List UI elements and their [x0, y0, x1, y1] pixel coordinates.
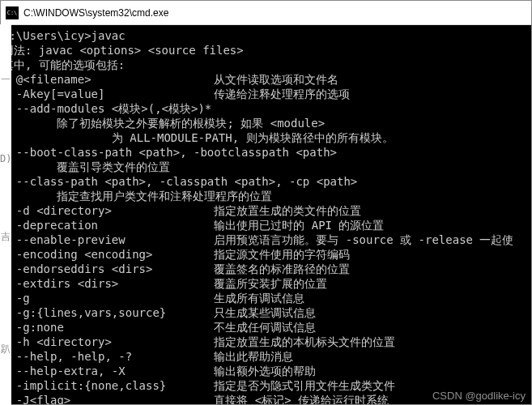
- edge-fragment: 吉: [0, 230, 11, 244]
- window-title: C:\WINDOWS\system32\cmd.exe: [23, 7, 168, 19]
- cropped-left-ui: 一D)吉趴: [0, 24, 11, 405]
- cmd-window: C:\WINDOWS\system32\cmd.exe C:\Users\icy…: [0, 0, 532, 405]
- terminal-line: @<filename> 从文件读取选项和文件名: [2, 72, 530, 87]
- edge-fragment: 趴: [0, 343, 11, 356]
- terminal-line: -endorseddirs <dirs> 覆盖签名的标准路径的位置: [2, 262, 530, 276]
- terminal-output[interactable]: C:\Users\icy>javac用法: javac <options> <s…: [1, 25, 531, 404]
- terminal-line: -g 生成所有调试信息: [2, 291, 530, 305]
- terminal-line: -h <directory> 指定放置生成的本机标头文件的位置: [2, 335, 530, 349]
- terminal-line: 除了初始模块之外要解析的根模块; 如果 <module>: [2, 116, 530, 130]
- terminal-line: C:\Users\icy>javac: [2, 28, 530, 43]
- terminal-line: 为 ALL-MODULE-PATH, 则为模块路径中的所有模块。: [2, 130, 530, 145]
- terminal-line: 覆盖引导类文件的位置: [2, 160, 530, 174]
- terminal-line: -Akey[=value] 传递给注释处理程序的选项: [2, 87, 530, 101]
- cmd-icon: [6, 6, 19, 19]
- terminal-line: --enable-preview 启用预览语言功能。要与 -source 或 -…: [2, 232, 530, 247]
- edge-fragment: 一: [0, 73, 11, 87]
- edge-fragment: D): [0, 153, 11, 164]
- terminal-line: --help-extra, -X 输出额外选项的帮助: [2, 364, 530, 378]
- terminal-line: 用法: javac <options> <source files>: [2, 43, 530, 58]
- terminal-line: 指定查找用户类文件和注释处理程序的位置: [2, 189, 530, 203]
- terminal-line: --help, -help, -? 输出此帮助消息: [2, 349, 530, 364]
- terminal-line: -d <directory> 指定放置生成的类文件的位置: [2, 203, 530, 218]
- terminal-line: -g:none 不生成任何调试信息: [2, 320, 530, 335]
- terminal-line: -deprecation 输出使用已过时的 API 的源位置: [2, 218, 530, 232]
- titlebar[interactable]: C:\WINDOWS\system32\cmd.exe: [1, 1, 531, 25]
- watermark-text: CSDN @godlike-icy: [432, 390, 526, 402]
- terminal-line: --class-path <path>, -classpath <path>, …: [2, 174, 530, 189]
- terminal-line: -extdirs <dirs> 覆盖所安装扩展的位置: [2, 276, 530, 291]
- terminal-line: 其中, 可能的选项包括:: [2, 58, 530, 72]
- terminal-line: --add-modules <模块>(,<模块>)*: [2, 101, 530, 116]
- terminal-line: -encoding <encoding> 指定源文件使用的字符编码: [2, 247, 530, 262]
- terminal-line: -g:{lines,vars,source} 只生成某些调试信息: [2, 305, 530, 320]
- terminal-line: --boot-class-path <path>, -bootclasspath…: [2, 145, 530, 160]
